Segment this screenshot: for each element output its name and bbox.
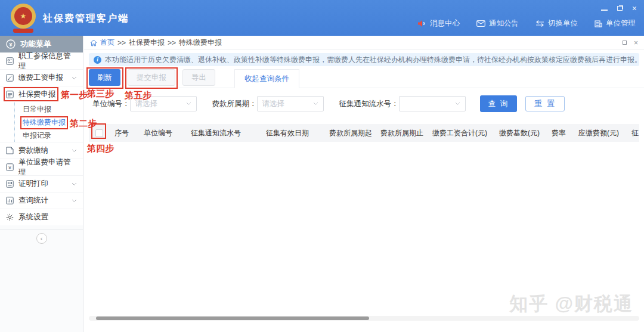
chevron-down-icon: [186, 102, 191, 106]
table-header-row: 序号 单位编号 征集通知流水号 征集有效日期 费款所属期起 费款所属期止 缴费工…: [89, 124, 639, 142]
mail-icon: [476, 20, 485, 27]
chevron-down-icon: [72, 182, 77, 186]
nav-notice-board[interactable]: 通知公告: [476, 18, 519, 29]
swap-icon: [535, 20, 544, 27]
wage-report-icon: [6, 74, 14, 82]
sidebar-item-fee-payment[interactable]: 费款缴纳: [0, 142, 83, 159]
declare-icon: [6, 91, 14, 98]
select-all-checkbox[interactable]: [95, 129, 103, 137]
function-menu-icon: ¥: [6, 39, 16, 49]
org-icon: [595, 20, 602, 27]
reset-button[interactable]: 重 置: [525, 96, 565, 111]
chevron-down-icon: [313, 102, 318, 106]
column-header: 费款所属期起: [325, 128, 376, 138]
breadcrumb-separator: >>: [168, 39, 176, 47]
gear-icon: [6, 213, 14, 221]
watermark: 知乎 @财税通: [509, 291, 633, 317]
chevron-down-icon: [72, 199, 77, 203]
minimize-icon[interactable]: [601, 10, 608, 11]
collapse-query-tab[interactable]: 收起查询条件: [234, 69, 299, 88]
social-declare-submenu: 日常申报 特殊缴费申报 申报记录: [0, 103, 83, 142]
unit-no-label: 单位编号：: [92, 99, 130, 109]
breadcrumb: 首页 >> 社保费申报 >> 特殊缴费申报 ×: [84, 36, 644, 50]
logo-ribbon: [13, 29, 33, 33]
main-content: 首页 >> 社保费申报 >> 特殊缴费申报 × i 本功能适用于历史欠费清缴、退…: [84, 36, 644, 332]
chevron-down-icon: [455, 102, 460, 106]
nav-message-center[interactable]: 消息中心: [417, 18, 460, 29]
info-icon: i: [94, 56, 101, 64]
sidebar: ¥ 功能菜单 职工参保信息管理 缴费工资申报 社保费申报 日常申报 特殊缴费申报…: [0, 36, 83, 332]
breadcrumb-level2: 特殊缴费申报: [179, 38, 222, 48]
select-all-cell: [89, 129, 109, 137]
close-icon[interactable]: ×: [632, 4, 637, 13]
staff-info-icon: [6, 57, 14, 65]
sidebar-divider: [0, 229, 83, 229]
horizontal-scrollbar: [89, 316, 639, 321]
sidebar-item-query-stats[interactable]: 查询统计: [0, 192, 83, 209]
column-header: 缴费工资合计(元): [428, 128, 492, 138]
svg-text:¥: ¥: [9, 42, 12, 48]
sidebar-item-staff-info[interactable]: 职工参保信息管理: [0, 52, 83, 69]
nav-unit-management[interactable]: 单位管理: [595, 18, 636, 29]
column-header: 应缴费额(元): [571, 128, 627, 138]
tab-maximize-icon[interactable]: [623, 41, 627, 45]
submit-declare-button[interactable]: 提交申报: [128, 69, 175, 86]
column-header: 征集有效日期: [250, 128, 325, 138]
fee-period-label: 费款所属期：: [212, 99, 257, 109]
column-header: 单位编号: [134, 128, 182, 138]
app-header: ★ 社保费管理客户端 × 消息中心 通知公告 切换单位: [0, 0, 644, 36]
sidebar-item-social-declare[interactable]: 社保费申报: [0, 86, 83, 103]
speaker-icon: [417, 20, 426, 27]
collection-notice-select[interactable]: [399, 96, 466, 111]
fee-period-select[interactable]: 请选择: [257, 96, 324, 111]
search-button[interactable]: 查 询: [480, 95, 517, 112]
breadcrumb-home[interactable]: 首页: [100, 38, 114, 48]
content-tab-controls: ×: [623, 39, 638, 47]
sidebar-item-wage-report[interactable]: 缴费工资申报: [0, 69, 83, 86]
column-header: 费款所属期止: [376, 128, 428, 138]
sidebar-collapse-button[interactable]: ‹: [36, 233, 47, 244]
sidebar-header: ¥ 功能菜单: [0, 36, 83, 52]
table-body-empty: [84, 142, 644, 309]
column-header: 费率: [547, 128, 571, 138]
cert-print-icon: [6, 180, 14, 188]
nav-switch-unit[interactable]: 切换单位: [535, 18, 578, 29]
tab-close-icon[interactable]: ×: [634, 39, 638, 47]
query-form: 单位编号： 请选择 费款所属期： 请选择 征集通知流水号： 查 询 重 置: [84, 88, 644, 119]
query-stats-icon: [6, 197, 14, 204]
refund-icon: ¥: [6, 163, 14, 171]
breadcrumb-separator: >>: [117, 39, 126, 47]
sidebar-item-unit-refund[interactable]: ¥ 单位退费申请管理: [0, 159, 83, 175]
sidebar-item-cert-print[interactable]: 证明打印: [0, 175, 83, 192]
refresh-button[interactable]: 刷新: [89, 69, 120, 86]
home-icon: [90, 39, 97, 46]
chevron-down-icon: [72, 76, 77, 80]
sidebar-item-system-settings[interactable]: 系统设置: [0, 209, 83, 225]
toolbar: 刷新 提交申报 导出 收起查询条件: [84, 69, 644, 88]
app-title: 社保费管理客户端: [43, 13, 129, 25]
unit-no-select[interactable]: 请选择: [130, 96, 197, 111]
horizontal-scrollbar-thumb[interactable]: [96, 317, 369, 320]
sidebar-subitem-daily-declare[interactable]: 日常申报: [0, 103, 83, 116]
export-button[interactable]: 导出: [182, 69, 215, 86]
info-banner: i 本功能适用于历史欠费清缴、退休补收、政策性补缴等特殊缴费申报，需缴费人先在社…: [89, 53, 639, 66]
payment-icon: [6, 147, 14, 154]
collection-notice-label: 征集通知流水号：: [339, 99, 399, 109]
chevron-down-icon: [72, 149, 77, 153]
svg-text:¥: ¥: [8, 165, 11, 170]
restore-icon[interactable]: [617, 6, 623, 11]
sidebar-footer: ‹: [0, 225, 83, 332]
sidebar-subitem-declare-records[interactable]: 申报记录: [0, 129, 83, 142]
top-nav: 消息中心 通知公告 切换单位 单位管理: [417, 18, 636, 29]
breadcrumb-level1[interactable]: 社保费申报: [129, 38, 165, 48]
national-emblem-logo: ★: [11, 4, 36, 29]
column-header: 缴费基数(元): [492, 128, 547, 138]
column-header: 征: [627, 128, 639, 138]
column-header: 征集通知流水号: [182, 128, 250, 138]
window-controls: ×: [601, 4, 637, 13]
column-header: 序号: [109, 128, 134, 138]
sidebar-subitem-special-payment-declare[interactable]: 特殊缴费申报: [0, 116, 83, 129]
info-banner-text: 本功能适用于历史欠费清缴、退休补收、政策性补缴等特殊缴费申报，需缴费人先在社保经…: [105, 55, 639, 65]
